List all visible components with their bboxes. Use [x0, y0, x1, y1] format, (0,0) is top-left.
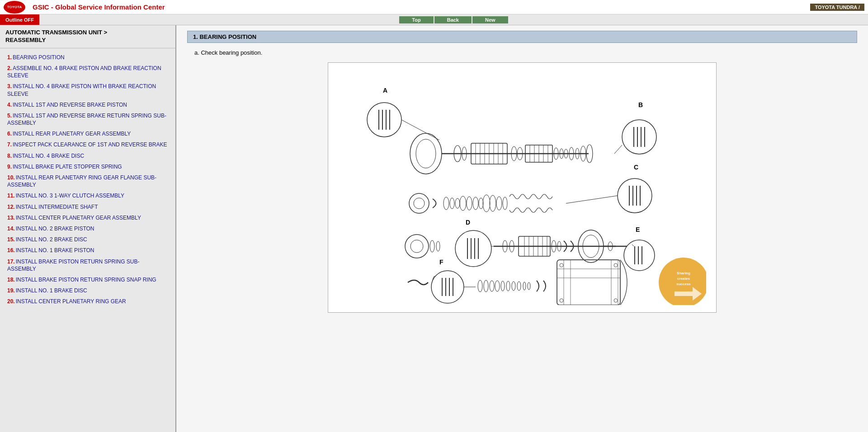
toc-item-13[interactable]: 13.INSTALL CENTER PLANETARY GEAR ASSEMBL… — [0, 212, 175, 223]
svg-point-91 — [624, 240, 655, 271]
toc-num: 4. — [7, 102, 12, 108]
toc-item-1[interactable]: 1.BEARING POSITION — [0, 52, 175, 63]
toc-list: 1.BEARING POSITION2.ASSEMBLE NO. 4 BRAKE… — [0, 48, 175, 311]
toc-num: 7. — [7, 141, 12, 148]
toc-item-19[interactable]: 19.INSTALL NO. 1 BRAKE DISC — [0, 285, 175, 296]
toc-item-2[interactable]: 2.ASSEMBLE NO. 4 BRAKE PISTON AND BRAKE … — [0, 63, 175, 81]
toc-item-20[interactable]: 20.INSTALL CENTER PLANETARY RING GEAR — [0, 296, 175, 307]
toc-num: 9. — [7, 164, 12, 170]
toyota-logo: TOYOTA — [4, 1, 25, 14]
toc-num: 14. — [7, 225, 15, 232]
toc-text: BEARING POSITION — [13, 54, 65, 61]
toc-num: 18. — [7, 277, 15, 283]
toc-text: INSTALL 1ST AND REVERSE BRAKE RETURN SPR… — [7, 113, 166, 126]
toc-text: INSTALL NO. 3 1-WAY CLUTCH ASSEMBLY — [16, 193, 124, 199]
app-title: GSIC - Global Service Information Center — [33, 3, 810, 11]
nav-top-button[interactable]: Top — [399, 16, 433, 23]
sidebar-title: AUTOMATIC TRANSMISSION UNIT >REASSEMBLY — [0, 25, 175, 48]
nav-back-button[interactable]: Back — [434, 16, 472, 23]
toc-item-10[interactable]: 10.INSTALL REAR PLANETARY RING GEAR FLAN… — [0, 172, 175, 190]
diagram-container: A — [328, 62, 717, 313]
check-text: a. Check bearing position. — [194, 49, 857, 56]
toc-item-18[interactable]: 18.INSTALL BRAKE PISTON RETURN SPRING SN… — [0, 274, 175, 285]
svg-point-2 — [367, 103, 401, 137]
toc-num: 12. — [7, 204, 15, 210]
toc-item-11[interactable]: 11.INSTALL NO. 3 1-WAY CLUTCH ASSEMBLY — [0, 190, 175, 201]
toc-text: INSTALL REAR PLANETARY GEAR ASSEMBLY — [13, 131, 131, 137]
svg-point-98 — [431, 271, 464, 303]
toc-num: 3. — [7, 83, 12, 89]
sidebar: AUTOMATIC TRANSMISSION UNIT >REASSEMBLY … — [0, 25, 176, 432]
toc-item-12[interactable]: 12.INSTALL INTERMEDIATE SHAFT — [0, 202, 175, 212]
toc-num: 8. — [7, 153, 12, 159]
toc-text: INSTALL NO. 2 BRAKE PISTON — [16, 225, 94, 232]
toyota-oval-icon: TOYOTA — [4, 1, 25, 14]
svg-point-68 — [455, 230, 491, 267]
svg-text:E: E — [636, 226, 640, 233]
svg-text:C: C — [634, 164, 638, 171]
toc-item-15[interactable]: 15.INSTALL NO. 2 BRAKE DISC — [0, 234, 175, 245]
toc-text: INSTALL CENTER PLANETARY RING GEAR — [16, 298, 126, 305]
svg-text:B: B — [638, 101, 643, 108]
nav-buttons: Top Back New — [246, 16, 661, 23]
svg-point-57 — [618, 178, 652, 213]
toc-num: 15. — [7, 236, 15, 243]
toc-text: INSTALL NO. 4 BRAKE DISC — [13, 153, 84, 159]
toc-num: 10. — [7, 174, 15, 181]
content-area: 1. BEARING POSITION a. Check bearing pos… — [176, 25, 868, 432]
svg-text:F: F — [439, 258, 443, 266]
toc-text: INSTALL BRAKE PISTON RETURN SPRING SNAP … — [16, 277, 156, 283]
toc-num: 13. — [7, 215, 15, 221]
toc-item-8[interactable]: 8.INSTALL NO. 4 BRAKE DISC — [0, 150, 175, 161]
toc-num: 6. — [7, 131, 12, 137]
toc-item-17[interactable]: 17.INSTALL BRAKE PISTON RETURN SPRING SU… — [0, 256, 175, 274]
toc-num: 11. — [7, 193, 15, 199]
toc-item-16[interactable]: 16.INSTALL NO. 1 BRAKE PISTON — [0, 245, 175, 256]
toc-item-7[interactable]: 7.INSPECT PACK CLEARANCE OF 1ST AND REVE… — [0, 139, 175, 150]
outline-toggle-button[interactable]: Outline OFF — [0, 14, 39, 25]
toc-item-5[interactable]: 5.INSTALL 1ST AND REVERSE BRAKE RETURN S… — [0, 110, 175, 128]
toc-num: 19. — [7, 287, 15, 294]
toc-num: 16. — [7, 247, 15, 254]
toc-item-9[interactable]: 9.INSTALL BRAKE PLATE STOPPER SPRING — [0, 161, 175, 172]
toc-text: ASSEMBLE NO. 4 BRAKE PISTON AND BRAKE RE… — [7, 65, 161, 79]
toc-num: 5. — [7, 113, 12, 119]
main-layout: AUTOMATIC TRANSMISSION UNIT >REASSEMBLY … — [0, 25, 868, 432]
toc-item-3[interactable]: 3.INSTALL NO. 4 BRAKE PISTON WITH BRAKE … — [0, 81, 175, 99]
toc-text: INSTALL NO. 1 BRAKE PISTON — [16, 247, 94, 254]
bearing-position-diagram: A — [335, 70, 706, 305]
toc-num: 20. — [7, 298, 15, 305]
toolbar: Outline OFF Top Back New — [0, 14, 868, 25]
toc-text: INSTALL BRAKE PLATE STOPPER SPRING — [13, 164, 122, 170]
nav-new-button[interactable]: New — [472, 16, 508, 23]
svg-text:A: A — [383, 87, 387, 94]
toc-text: INSTALL 1ST AND REVERSE BRAKE PISTON — [13, 102, 127, 108]
toc-item-14[interactable]: 14.INSTALL NO. 2 BRAKE PISTON — [0, 223, 175, 234]
toc-text: INSTALL BRAKE PISTON RETURN SPRING SUB-A… — [7, 258, 140, 272]
svg-text:creates: creates — [677, 277, 690, 281]
svg-text:Sharing: Sharing — [677, 271, 690, 275]
toc-num: 1. — [7, 54, 12, 61]
svg-text:success: success — [676, 282, 691, 286]
vehicle-badge: TOYOTA TUNDRA / — [810, 4, 864, 11]
toc-text: INSPECT PACK CLEARANCE OF 1ST AND REVERS… — [13, 141, 167, 148]
toc-text: INSTALL NO. 2 BRAKE DISC — [16, 236, 87, 243]
toc-num: 17. — [7, 258, 15, 265]
toc-text: INSTALL INTERMEDIATE SHAFT — [16, 204, 98, 210]
toc-text: INSTALL CENTER PLANETARY GEAR ASSEMBLY — [16, 215, 141, 221]
toc-text: INSTALL REAR PLANETARY RING GEAR FLANGE … — [7, 174, 156, 188]
toc-num: 2. — [7, 65, 12, 71]
toc-item-6[interactable]: 6.INSTALL REAR PLANETARY GEAR ASSEMBLY — [0, 128, 175, 139]
toc-item-4[interactable]: 4.INSTALL 1ST AND REVERSE BRAKE PISTON — [0, 99, 175, 110]
svg-text:D: D — [466, 219, 470, 226]
header: TOYOTA GSIC - Global Service Information… — [0, 0, 868, 14]
section-header: 1. BEARING POSITION — [187, 31, 857, 43]
svg-point-37 — [622, 120, 656, 154]
toc-text: INSTALL NO. 1 BRAKE DISC — [16, 287, 87, 294]
toyota-logo-text: TOYOTA — [7, 5, 22, 9]
toc-text: INSTALL NO. 4 BRAKE PISTON WITH BRAKE RE… — [7, 83, 156, 97]
